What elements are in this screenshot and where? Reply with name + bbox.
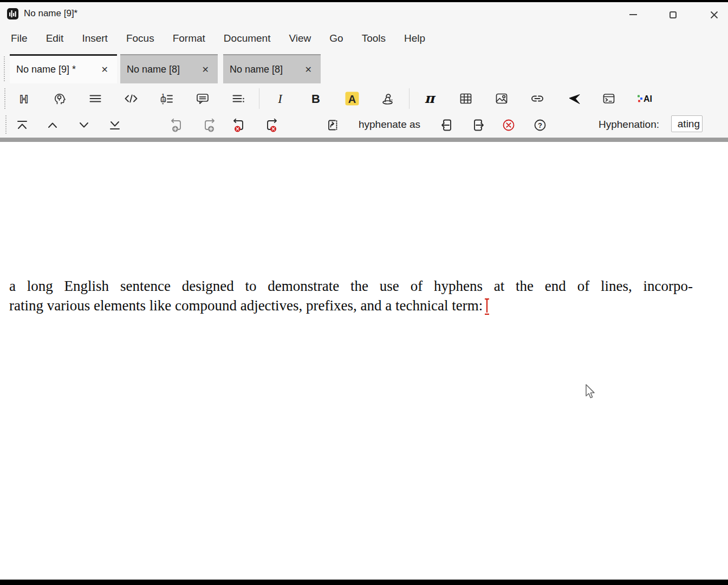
- numbered-list-button[interactable]: 1 a: [155, 87, 179, 110]
- line-properties-button[interactable]: [226, 87, 250, 110]
- fold-button[interactable]: [562, 87, 586, 110]
- menu-insert[interactable]: Insert: [82, 32, 108, 44]
- tab-bar: No name [9] * ✕ No name [8] ✕ No name [8…: [0, 54, 728, 83]
- numbered-list-icon: 1 a: [159, 91, 174, 106]
- apply-to-page-icon: [325, 118, 340, 133]
- paragraph-list-icon: [88, 91, 103, 106]
- add-hyphen-after-icon: [200, 117, 218, 133]
- terminal-icon: [601, 91, 616, 106]
- ink-color-icon: [380, 91, 395, 106]
- link-button[interactable]: [525, 87, 549, 110]
- import-icon: [439, 118, 454, 133]
- help-button[interactable]: ?: [528, 114, 552, 136]
- tab-label: No name [8]: [127, 64, 180, 75]
- menu-file[interactable]: File: [11, 32, 28, 44]
- svg-text:a: a: [162, 97, 165, 102]
- document-line: a long English sentence designed to demo…: [9, 276, 693, 296]
- svg-text:B: B: [311, 92, 320, 106]
- toolbar-drag-handle[interactable]: [4, 88, 5, 109]
- italic-button[interactable]: I: [268, 87, 292, 110]
- go-up-button[interactable]: [41, 114, 64, 136]
- minimize-button[interactable]: [621, 5, 646, 24]
- source-code-button[interactable]: [119, 87, 143, 110]
- menu-help[interactable]: Help: [404, 32, 425, 44]
- ai-assistant-icon: AI: [635, 91, 654, 106]
- terminal-button[interactable]: [597, 87, 621, 110]
- document-text: a long English sentence designed to demo…: [9, 276, 693, 315]
- export-button[interactable]: [466, 114, 490, 136]
- comment-icon: [195, 91, 210, 106]
- apply-to-page-button[interactable]: [321, 114, 344, 136]
- mind-map-icon: [52, 91, 67, 106]
- menu-focus[interactable]: Focus: [126, 32, 154, 44]
- image-button[interactable]: [490, 87, 514, 110]
- menu-tools[interactable]: Tools: [362, 32, 386, 44]
- tab-no-name-8b[interactable]: No name [8] ✕: [223, 54, 321, 83]
- table-icon: [458, 91, 473, 106]
- import-button[interactable]: [435, 114, 459, 136]
- document-page[interactable]: a long English sentence designed to demo…: [0, 142, 728, 580]
- link-icon: [529, 91, 545, 106]
- ai-assistant-button[interactable]: AI: [633, 87, 656, 110]
- source-code-icon: [123, 91, 139, 106]
- toolbar-drag-handle[interactable]: [5, 115, 6, 134]
- text-caret: [484, 298, 491, 313]
- toolbar-separator: [259, 88, 259, 109]
- bottom-black-strip: [0, 580, 728, 585]
- svg-text:AI: AI: [644, 94, 652, 103]
- maximize-button[interactable]: [660, 5, 685, 24]
- hyphenation-label: Hyphenation:: [599, 119, 659, 131]
- hyphenate-as-label: hyphenate as: [359, 119, 420, 131]
- close-icon: [710, 11, 718, 19]
- tab-label: No name [9] *: [16, 64, 76, 75]
- tab-close-icon[interactable]: ✕: [200, 63, 211, 76]
- title-bar: No name [9]*: [0, 2, 728, 26]
- svg-text:?: ?: [538, 121, 542, 129]
- remove-hyphen-after-button[interactable]: [259, 114, 283, 136]
- go-top-icon: [15, 118, 30, 133]
- remove-hyphen-before-button[interactable]: [228, 114, 252, 136]
- highlight-color-icon: A: [344, 90, 360, 107]
- document-line: rating various elements like compound ad…: [9, 296, 693, 315]
- svg-text:H: H: [20, 93, 28, 105]
- math-pi-icon: π: [421, 90, 438, 107]
- menu-view[interactable]: View: [289, 32, 311, 44]
- close-button[interactable]: [701, 5, 726, 24]
- go-bottom-button[interactable]: [103, 114, 127, 136]
- tabbar-drag-handle[interactable]: [4, 56, 5, 81]
- ink-color-button[interactable]: [376, 87, 400, 110]
- bold-icon: B: [308, 91, 323, 106]
- heading-button[interactable]: H: [12, 87, 36, 110]
- menu-document[interactable]: Document: [224, 32, 271, 44]
- bold-button[interactable]: B: [304, 87, 328, 110]
- menu-edit[interactable]: Edit: [46, 32, 64, 44]
- cancel-button[interactable]: [497, 114, 521, 136]
- window-title: No name [9]*: [24, 8, 77, 19]
- app-logo-icon: [7, 8, 18, 20]
- hyphenation-input[interactable]: [671, 115, 703, 132]
- tab-label: No name [8]: [230, 64, 283, 75]
- menu-go[interactable]: Go: [329, 32, 343, 44]
- go-top-button[interactable]: [10, 114, 34, 136]
- paragraph-list-button[interactable]: [83, 87, 107, 110]
- go-down-button[interactable]: [72, 114, 96, 136]
- menu-format[interactable]: Format: [173, 32, 205, 44]
- tab-no-name-8a[interactable]: No name [8] ✕: [120, 54, 218, 83]
- tab-no-name-9[interactable]: No name [9] * ✕: [10, 54, 117, 83]
- tab-close-icon[interactable]: ✕: [99, 63, 110, 76]
- highlight-color-button[interactable]: A: [340, 87, 364, 110]
- heading-icon: H: [16, 91, 31, 106]
- add-hyphen-before-button[interactable]: [166, 114, 190, 136]
- tab-close-icon[interactable]: ✕: [303, 63, 314, 76]
- mind-map-button[interactable]: [48, 87, 72, 110]
- comment-button[interactable]: [191, 87, 214, 110]
- table-button[interactable]: [454, 87, 478, 110]
- go-down-icon: [76, 118, 92, 133]
- add-hyphen-after-button[interactable]: [197, 114, 221, 136]
- go-bottom-icon: [107, 118, 122, 133]
- svg-text:A: A: [348, 93, 356, 105]
- hyphenation-toolbar: hyphenate as ? Hyphenation:: [0, 113, 728, 138]
- toolbar-separator: [409, 88, 410, 109]
- add-hyphen-before-icon: [169, 117, 186, 133]
- math-button[interactable]: π: [418, 87, 441, 110]
